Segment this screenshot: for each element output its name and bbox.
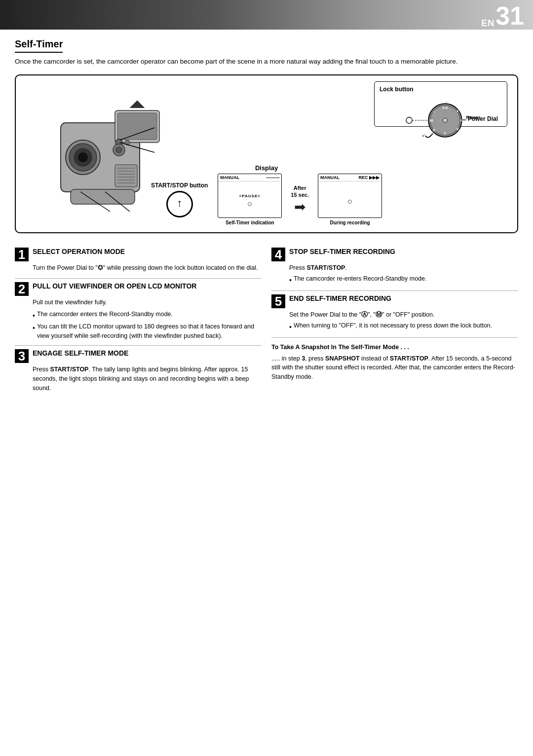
screen1-dot — [248, 202, 252, 206]
step2-body: Pull out the viewfinder fully. • The cam… — [15, 298, 262, 345]
svg-text:●: ● — [457, 109, 458, 113]
bullet-dot-4: • — [289, 322, 292, 332]
step1-header: 1 SELECT OPERATION MODE — [15, 244, 262, 263]
step3-text: Press START/STOP. The tally lamp lights … — [33, 365, 262, 393]
page-number: 31 — [495, 3, 524, 29]
step5-bullet1-text: When turning to "OFF", it is not necessa… — [294, 321, 492, 330]
step5-bullet1: • When turning to "OFF", it is not neces… — [289, 321, 518, 332]
step1-block: 1 SELECT OPERATION MODE Turn the Power D… — [15, 244, 262, 279]
step5-title: END SELF-TIMER RECORDING — [289, 294, 518, 303]
step4-header: 4 STOP SELF-TIMER RECORDING — [271, 244, 518, 263]
start-stop-circle: ↑ — [166, 191, 193, 217]
snapshot-heading: To Take A Snapshot In The Self-Timer Mod… — [271, 343, 518, 352]
step3-body: Press START/STOP. The tally lamp lights … — [15, 365, 262, 398]
diagram-box: Lock button S.S ● F 4 C A — [15, 74, 518, 233]
step2-title: PULL OUT VIEWFINDER OR OPEN LCD MONITOR — [33, 282, 262, 290]
bullet-dot-3: • — [289, 275, 292, 286]
en-label: EN — [481, 18, 495, 29]
svg-text:↙: ↙ — [422, 133, 425, 138]
section-title: Self-Timer — [15, 38, 63, 53]
screen1-content: ≡PAUSE≡ — [218, 181, 281, 217]
bullet-dot-2: • — [33, 323, 35, 333]
svg-text:A: A — [433, 128, 435, 132]
display-screens-row: START/STOP button ↑ MANUAL ——— ≡PAUSE≡ — [21, 174, 512, 225]
svg-text:☼: ☼ — [433, 110, 436, 114]
step2-text: Pull out the viewfinder fully. — [33, 298, 262, 307]
step3-block: 3 ENGAGE SELF-TIMER MODE Press START/STO… — [15, 346, 262, 398]
screen1-box: MANUAL ——— ≡PAUSE≡ — [218, 174, 282, 218]
svg-rect-19 — [117, 113, 157, 140]
step5-header: 5 END SELF-TIMER RECORDING — [271, 291, 518, 310]
step4-bullet1: • The camcorder re-enters Record-Standby… — [289, 274, 518, 286]
svg-text:↓: ↓ — [445, 100, 447, 105]
after-col: After15 sec. ➡ — [291, 184, 309, 215]
screen2-dot — [348, 200, 352, 204]
step5-block: 5 END SELF-TIMER RECORDING Set the Power… — [271, 291, 518, 338]
svg-point-0 — [406, 117, 412, 123]
screen1-top-right: ——— — [266, 175, 279, 180]
step4-title: STOP SELF-TIMER RECORDING — [289, 247, 518, 256]
steps-right: 4 STOP SELF-TIMER RECORDING Press START/… — [271, 244, 518, 398]
step4-number: 4 — [271, 248, 285, 261]
steps-left: 1 SELECT OPERATION MODE Turn the Power D… — [15, 244, 262, 398]
step2-number: 2 — [15, 282, 29, 296]
step4-bullet1-text: The camcorder re-enters Record-Standby m… — [294, 274, 427, 284]
step1-body: Turn the Power Dial to "✪" while pressin… — [15, 263, 262, 278]
screen1-top-left: MANUAL — [220, 175, 239, 180]
step4-body: Press START/STOP. • The camcorder re-ent… — [271, 263, 518, 290]
step3-number: 3 — [15, 349, 29, 363]
header-bar: EN 31 — [0, 0, 533, 30]
svg-text:C: C — [444, 132, 446, 136]
dial-callout-labels: Lock button — [380, 86, 502, 94]
svg-point-37 — [116, 147, 122, 153]
display-label: Display — [255, 164, 278, 172]
lock-button-label: Lock button — [380, 86, 414, 93]
after-label: After15 sec. — [291, 184, 309, 199]
start-stop-arrow-icon: ↑ — [177, 197, 182, 210]
svg-text:4: 4 — [457, 128, 458, 132]
step2-header: 2 PULL OUT VIEWFINDER OR OPEN LCD MONITO… — [15, 279, 262, 298]
intro-text: Once the camcorder is set, the camcorder… — [15, 57, 518, 67]
screen2-label-bottom: During recording — [330, 220, 370, 225]
svg-point-11 — [443, 118, 447, 123]
step2-bullet1-text: The camcorder enters the Record-Standby … — [37, 310, 173, 319]
snapshot-text: ..... in step 3, press SNAPSHOT instead … — [271, 354, 518, 382]
start-stop-label: START/STOP button — [151, 182, 208, 189]
step2-bullet1: • The camcorder enters the Record-Standb… — [33, 310, 262, 321]
step3-title: ENGAGE SELF-TIMER MODE — [33, 349, 262, 358]
svg-text:S.S: S.S — [442, 106, 448, 110]
step1-number: 1 — [15, 248, 29, 261]
step3-header: 3 ENGAGE SELF-TIMER MODE — [15, 346, 262, 365]
lock-button-row: Lock button — [380, 86, 502, 93]
screen1-container: MANUAL ——— ≡PAUSE≡ Self-Timer indication — [218, 174, 282, 225]
bullet-dot: • — [33, 311, 35, 321]
step5-number: 5 — [271, 294, 285, 308]
step4-block: 4 STOP SELF-TIMER RECORDING Press START/… — [271, 244, 518, 291]
step2-bullet2-text: You can tilt the LCD monitor upward to 1… — [37, 322, 262, 341]
svg-text:M: M — [430, 118, 433, 123]
start-stop-col: START/STOP button ↑ — [151, 182, 208, 217]
main-content: Self-Timer Once the camcorder is set, th… — [0, 30, 533, 408]
step2-bullet2: • You can tilt the LCD monitor upward to… — [33, 322, 262, 341]
svg-text:F: F — [460, 119, 463, 123]
steps-section: 1 SELECT OPERATION MODE Turn the Power D… — [15, 244, 518, 398]
svg-point-23 — [78, 152, 88, 162]
step1-text: Turn the Power Dial to "✪" while pressin… — [33, 263, 262, 273]
screen2-content — [318, 181, 381, 217]
step1-title: SELECT OPERATION MODE — [33, 247, 262, 256]
screen2-box: MANUAL REC ▶▶▶ — [318, 174, 382, 218]
step5-body: Set the Power Dial to the "Ⓐ", "Ⓜ" or "O… — [271, 310, 518, 337]
dial-callout: Lock button S.S ● F 4 C A — [374, 81, 507, 127]
screen2-top-right: REC ▶▶▶ — [359, 175, 380, 180]
display-label-row: Display — [21, 164, 512, 172]
arrow-right-icon: ➡ — [294, 199, 305, 215]
screen2-top-bar: MANUAL REC ▶▶▶ — [318, 174, 381, 181]
screen2-container: MANUAL REC ▶▶▶ During recording — [318, 174, 382, 225]
pause-indicator: ≡PAUSE≡ — [239, 194, 261, 198]
step2-block: 2 PULL OUT VIEWFINDER OR OPEN LCD MONITO… — [15, 279, 262, 346]
display-section: Display START/STOP button ↑ MANUAL — [21, 164, 512, 225]
screen2-top-left: MANUAL — [320, 175, 340, 180]
screen1-label-bottom: Self-Timer indication — [226, 220, 274, 225]
snapshot-note: To Take A Snapshot In The Self-Timer Mod… — [271, 343, 518, 382]
screen1-top-bar: MANUAL ——— — [218, 174, 281, 181]
